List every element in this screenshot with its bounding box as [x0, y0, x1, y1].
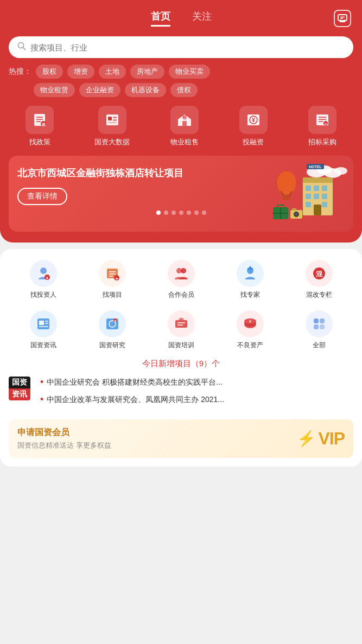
dot-1[interactable]	[156, 211, 161, 215]
hot-tag-machinery[interactable]: 机器设备	[125, 83, 166, 97]
menu-label-all: 全部	[313, 341, 326, 350]
quick-item-invest[interactable]: ¥ 投融资	[239, 106, 268, 147]
search-input[interactable]	[30, 43, 345, 52]
news-item-1[interactable]: • 中国企业研究会 积极搭建财经类高校生的实践平台...	[40, 377, 224, 388]
quick-item-bid[interactable]: 采 招标采购	[308, 106, 336, 147]
svg-text:¥: ¥	[249, 320, 251, 323]
svg-rect-81	[175, 320, 187, 328]
svg-point-67	[181, 268, 186, 273]
guozi-train-icon	[168, 310, 195, 337]
rent-icon: 租	[170, 106, 199, 134]
hot-tag-property-rent[interactable]: 物业租赁	[34, 83, 75, 97]
svg-text:★: ★	[115, 277, 118, 280]
vip-badge-area: ⚡ VIP	[297, 429, 345, 449]
menu-item-bad-asset[interactable]: ¥ 不良资产	[237, 310, 264, 350]
svg-rect-88	[314, 318, 319, 323]
today-new-text: 今日新增项目（9）个	[9, 359, 353, 369]
news-tag-top: 国资	[9, 377, 30, 388]
banner-detail-btn[interactable]: 查看详情	[17, 188, 67, 205]
news-bullet-1: •	[40, 377, 43, 388]
svg-line-4	[23, 48, 26, 50]
quick-label-invest: 投融资	[243, 137, 264, 147]
menu-label-guozi-research: 国资研究	[99, 341, 125, 350]
menu-item-expert[interactable]: 找专家	[237, 260, 264, 299]
menu-item-guozi-research[interactable]: ★ 国资研究	[99, 310, 126, 350]
hot-tag-property-trade[interactable]: 物业买卖	[169, 65, 210, 79]
quick-item-data[interactable]: 国资大数据	[94, 106, 130, 147]
vip-title: 申请国资会员	[17, 427, 111, 438]
hot-tag-realestate[interactable]: 房地产	[130, 65, 164, 79]
svg-rect-48	[283, 195, 290, 200]
guozi-news-icon	[30, 310, 57, 337]
menu-label-project: 找项目	[103, 290, 122, 299]
hot-tag-land[interactable]: 土地	[99, 65, 126, 79]
nav-tabs: 首页 关注	[151, 10, 212, 27]
hot-tag-corp-finance[interactable]: 企业融资	[79, 83, 120, 97]
dot-3[interactable]	[172, 211, 176, 215]
menu-item-mixed[interactable]: 混 混改专栏	[306, 260, 333, 299]
quick-label-data: 国资大数据	[94, 137, 130, 147]
svg-rect-73	[39, 321, 44, 325]
dot-6[interactable]	[194, 211, 199, 215]
project-icon: ★	[99, 260, 126, 287]
svg-rect-12	[108, 117, 112, 120]
member-icon	[168, 260, 195, 287]
menu-item-project[interactable]: ★ 找项目	[99, 260, 126, 299]
vip-banner[interactable]: 申请国资会员 国资信息精准送达 享更多权益 ⚡ VIP	[9, 419, 353, 458]
message-icon[interactable]	[334, 10, 351, 27]
svg-rect-42	[322, 202, 327, 207]
svg-point-57	[40, 267, 47, 274]
svg-rect-89	[320, 318, 325, 323]
bid-icon: 采	[308, 106, 336, 134]
menu-item-guozi-train[interactable]: 国资培训	[168, 310, 195, 350]
dot-5[interactable]	[187, 211, 191, 215]
hot-tag-debt[interactable]: 债权	[170, 83, 198, 97]
dot-7[interactable]	[202, 211, 206, 215]
menu-label-mixed: 混改专栏	[306, 290, 332, 299]
svg-text:¥: ¥	[46, 276, 48, 280]
svg-rect-91	[320, 324, 325, 329]
data-icon	[98, 106, 126, 134]
quick-item-policy[interactable]: 政 找政策	[26, 106, 54, 147]
news-item-2[interactable]: • 中国企业改革与发展研究会、凤凰网共同主办 2021...	[40, 394, 224, 406]
banner-illustration: HOTEL	[262, 161, 349, 226]
lightning-icon: ⚡	[297, 430, 316, 448]
banner-carousel: 北京市西城区金融街独栋酒店转让项目 查看详情 HOTEL	[9, 156, 353, 232]
menu-item-investor[interactable]: ¥ 找投资人	[30, 260, 57, 299]
hot-search: 热搜： 股权 增资 土地 房地产 物业买卖 物业租赁 企业融资 机器设备 债权	[0, 65, 362, 97]
hot-tag-increase[interactable]: 增资	[67, 65, 94, 79]
expert-icon	[237, 260, 264, 287]
menu-item-all[interactable]: 全部	[306, 310, 333, 350]
svg-rect-38	[306, 194, 311, 199]
menu-label-guozi-train: 国资培训	[168, 341, 194, 350]
vip-desc: 国资信息精准送达 享更多权益	[17, 441, 111, 450]
quick-label-policy: 找政策	[29, 137, 50, 147]
svg-point-55	[295, 213, 298, 216]
hot-tag-equity[interactable]: 股权	[36, 65, 63, 79]
svg-rect-34	[303, 177, 333, 183]
menu-item-guozi-news[interactable]: 国资资讯	[30, 310, 57, 350]
svg-rect-37	[322, 186, 327, 191]
menu-item-member[interactable]: 合作会员	[168, 260, 195, 299]
quick-item-rent[interactable]: 租 物业租售	[170, 106, 199, 147]
news-text-1: 中国企业研究会 积极搭建财经类高校生的实践平台...	[47, 377, 223, 388]
svg-rect-56	[292, 208, 296, 211]
vip-badge: VIP	[318, 429, 345, 449]
banner-text: 北京市西城区金融街独栋酒店转让项目 查看详情	[17, 167, 214, 205]
main-content: ¥ 找投资人 ★ 找项目	[0, 249, 362, 467]
second-menu: ¥ 找投资人 ★ 找项目	[9, 260, 353, 299]
news-text-2: 中国企业改革与发展研究会、凤凰网共同主办 2021...	[47, 394, 224, 405]
svg-rect-15	[108, 122, 117, 123]
svg-rect-35	[306, 186, 311, 191]
tab-follow[interactable]: 关注	[192, 10, 212, 27]
dot-2[interactable]	[164, 211, 168, 215]
tab-home[interactable]: 首页	[151, 10, 170, 27]
dot-4[interactable]	[179, 211, 183, 215]
svg-rect-90	[314, 324, 319, 329]
search-bar[interactable]	[9, 36, 353, 58]
svg-rect-43	[314, 205, 321, 215]
banner-title: 北京市西城区金融街独栋酒店转让项目	[17, 167, 214, 180]
svg-text:¥: ¥	[252, 117, 255, 123]
search-icon	[17, 42, 26, 53]
top-nav: 首页 关注	[0, 0, 362, 32]
